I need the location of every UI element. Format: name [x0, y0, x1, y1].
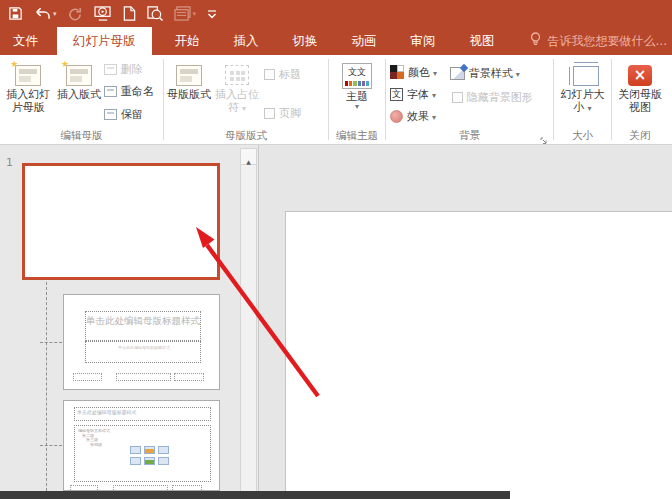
panel-divider[interactable]: [258, 145, 259, 499]
checkbox-icon: [264, 69, 275, 80]
layout-tree-connector: [40, 342, 62, 343]
insert-placeholder-icon: [225, 61, 249, 89]
dropdown-caret-icon[interactable]: ▾: [53, 10, 57, 18]
master-layout-icon: [176, 61, 202, 89]
scroll-up-icon[interactable]: [241, 149, 256, 165]
slide-number: 1: [6, 156, 13, 169]
undo-icon[interactable]: ▾: [34, 4, 57, 24]
content-insert-icons: [130, 446, 169, 465]
close-master-view-label: 关闭母版视图: [614, 89, 666, 114]
insert-slide-master-label: 插入幻灯片母版: [2, 89, 54, 114]
print-preview-icon[interactable]: [147, 4, 163, 24]
layout-tree-connector: [40, 445, 62, 446]
master-layout-label: 母版版式: [167, 89, 211, 102]
media-icon: [158, 457, 169, 465]
tab-review[interactable]: 审阅: [399, 27, 448, 55]
group-label-edit-master: 编辑母版: [0, 129, 163, 143]
table-icon: [130, 446, 141, 454]
insert-layout-label: 插入版式: [57, 89, 101, 102]
dropdown-caret-icon: [355, 104, 359, 112]
tell-me-label: 告诉我您想要做什么...: [548, 33, 667, 50]
slide-layout-qat-icon: ▾: [174, 4, 197, 24]
footer-checkbox: 页脚: [264, 106, 322, 121]
subtitle-placeholder: 单击此处编辑母版副标题样式: [85, 341, 201, 363]
group-edit-master: ★ 插入幻灯片母版 ★ 插入版式 删除 重命名: [0, 55, 163, 144]
smartart-icon: [158, 446, 169, 454]
start-slideshow-icon[interactable]: [94, 4, 112, 24]
insert-slide-master-button[interactable]: ★ 插入幻灯片母版: [2, 58, 54, 128]
themes-button[interactable]: 文文 主题: [331, 58, 383, 128]
effects-button[interactable]: 效果: [390, 108, 450, 126]
new-document-icon[interactable]: [123, 4, 136, 24]
group-size: 幻灯片大小 大小: [554, 55, 611, 144]
ribbon: ★ 插入幻灯片母版 ★ 插入版式 删除 重命名: [0, 55, 672, 145]
bottom-dark-strip: [0, 491, 510, 499]
close-master-view-button[interactable]: × 关闭母版视图: [614, 58, 666, 128]
slidenumber-placeholder: [174, 373, 204, 381]
chart-icon: [144, 446, 155, 454]
effects-icon: [390, 110, 403, 123]
picture-icon: [130, 457, 141, 465]
background-dialog-launcher-icon[interactable]: [540, 131, 550, 141]
colors-button[interactable]: 颜色: [390, 63, 450, 81]
group-label-edit-theme: 编辑主题: [329, 129, 385, 143]
insert-layout-icon: ★: [66, 61, 92, 89]
tab-insert[interactable]: 插入: [222, 27, 271, 55]
group-label-close: 关闭: [612, 129, 668, 143]
slide-size-label: 幻灯片大小: [556, 89, 609, 114]
master-layout-button[interactable]: 母版版式: [166, 58, 212, 128]
thumbnail-slide-master-selected[interactable]: [22, 163, 220, 280]
group-edit-theme: 文文 主题 编辑主题: [329, 55, 385, 144]
tab-slide-master[interactable]: 幻灯片母版: [57, 27, 152, 55]
fonts-icon: 文: [390, 88, 403, 101]
tab-home[interactable]: 开始: [163, 27, 212, 55]
dropdown-caret-icon: ▾: [193, 10, 197, 18]
bullet-text: 编辑母版文本样式 第二级 第三级 第四级: [78, 428, 188, 447]
rename-icon: [104, 86, 117, 97]
group-close: × 关闭母版视图 关闭: [612, 55, 668, 144]
close-master-view-icon: ×: [628, 61, 652, 89]
delete-button: 删除: [104, 61, 161, 78]
slide-size-button[interactable]: 幻灯片大小: [556, 58, 609, 128]
thumbnail-title-content-layout[interactable]: 单击此处编辑母版标题样式 编辑母版文本样式 第二级 第三级 第四级: [63, 400, 220, 491]
footer-placeholder: [116, 373, 171, 381]
tell-me-box[interactable]: 告诉我您想要做什么...: [530, 27, 667, 55]
thumbnail-scrollbar[interactable]: [240, 148, 257, 493]
insert-placeholder-label: 插入占位符: [212, 89, 262, 114]
group-label-master-layout: 母版版式: [164, 129, 328, 143]
group-label-size: 大小: [554, 129, 611, 143]
preserve-button[interactable]: 保留: [104, 106, 161, 123]
content-placeholder: 编辑母版文本样式 第二级 第三级 第四级: [74, 425, 211, 482]
checkbox-icon: [264, 108, 275, 119]
group-master-layout: 母版版式 插入占位符 标题 页脚 母版版式: [164, 55, 328, 144]
title-placeholder: 单击此处编辑母版标题样式: [74, 407, 211, 421]
themes-icon: 文文: [342, 61, 372, 91]
thumbnail-title-slide-layout[interactable]: 单击此处编辑母版标题样式 单击此处编辑母版副标题样式: [63, 294, 220, 390]
hide-background-graphics-checkbox: 隐藏背景图形: [452, 89, 551, 105]
redo-icon: [68, 4, 83, 24]
checkbox-icon: [452, 92, 463, 103]
group-background: 颜色 文 字体 效果 背景样式 隐藏背景图形: [386, 55, 553, 144]
title-bar: ▾ ▾: [0, 0, 672, 27]
colors-icon: [390, 65, 404, 79]
customize-qat-icon[interactable]: [207, 4, 217, 24]
rename-button[interactable]: 重命名: [104, 83, 161, 100]
powerpoint-window: ▾ ▾ 文件 幻灯片母版 开始 插入 切换 动画 审阅 视图: [0, 0, 672, 499]
tab-file[interactable]: 文件: [3, 27, 48, 55]
background-styles-button[interactable]: 背景样式: [450, 63, 551, 83]
slide-size-icon: [567, 61, 599, 89]
workspace: 1 单击此处编辑母版标题样式 单击此处编辑母版副标题样式 单击此处编辑母版标题样…: [0, 145, 672, 499]
clipart-icon: [144, 457, 155, 465]
tab-view[interactable]: 视图: [458, 27, 507, 55]
tab-transitions[interactable]: 切换: [281, 27, 330, 55]
title-checkbox: 标题: [264, 67, 322, 82]
tab-animations[interactable]: 动画: [340, 27, 389, 55]
slide-canvas[interactable]: [285, 211, 672, 499]
ribbon-tab-bar: 文件 幻灯片母版 开始 插入 切换 动画 审阅 视图 告诉我您想要做什么...: [0, 27, 672, 55]
insert-placeholder-button: 插入占位符: [212, 58, 262, 128]
insert-layout-button[interactable]: ★ 插入版式: [54, 58, 103, 128]
save-icon[interactable]: [8, 4, 23, 24]
insert-slide-master-icon: ★: [15, 61, 41, 89]
date-placeholder: [73, 373, 102, 381]
fonts-button[interactable]: 文 字体: [390, 85, 450, 103]
